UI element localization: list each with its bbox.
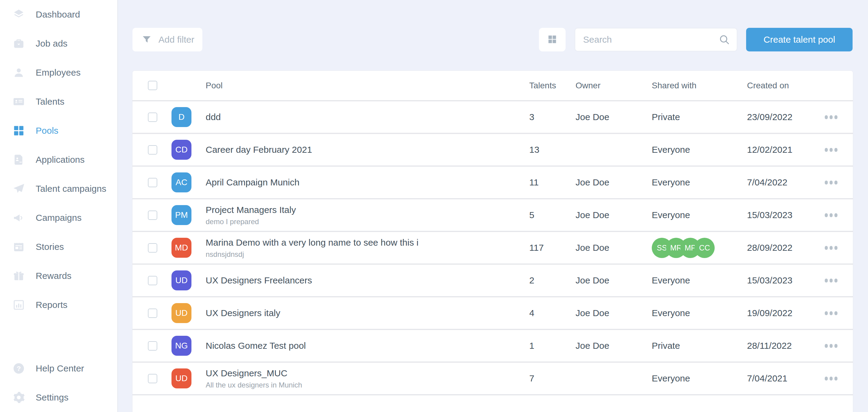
sidebar-item-settings[interactable]: Settings (0, 383, 117, 412)
sidebar-item-employees[interactable]: Employees (0, 58, 117, 87)
layers-icon (11, 7, 26, 22)
ellipsis-dot (825, 148, 828, 152)
sidebar-item-label: Pools (36, 125, 58, 136)
table-row[interactable]: MDMarina Demo with a very long name to s… (132, 232, 853, 265)
pool-name-cell: UX Designers Freelancers (206, 275, 529, 286)
shared-with: Everyone (652, 373, 747, 384)
sidebar-item-label: Settings (36, 392, 68, 403)
sidebar-nav: DashboardJob adsEmployeesTalentsPoolsApp… (0, 0, 117, 319)
owner-name: Joe Doe (576, 112, 652, 122)
created-date: 23/09/2022 (747, 112, 823, 122)
search-input[interactable] (583, 34, 719, 45)
table-row[interactable]: PMProject Managers Italydemo I prepared5… (132, 199, 853, 232)
pool-avatar-initials: UD (176, 275, 187, 285)
talents-count: 2 (529, 275, 576, 286)
sidebar-item-label: Campaigns (36, 213, 82, 223)
row-menu-button[interactable] (823, 145, 837, 155)
sidebar-item-label: Job ads (36, 38, 67, 49)
row-menu-button[interactable] (823, 210, 837, 220)
row-menu-button[interactable] (823, 243, 837, 253)
pool-name: UX Designers Freelancers (206, 275, 529, 286)
row-checkbox[interactable] (148, 145, 157, 154)
sidebar-item-label: Help Center (36, 363, 84, 374)
pool-name-cell: UX Designers_MUCAll the ux designers in … (206, 368, 529, 389)
row-checkbox[interactable] (148, 341, 157, 351)
ellipsis-dot (834, 278, 837, 283)
ellipsis-dot (825, 181, 828, 184)
shared-with: Everyone (652, 145, 747, 155)
ellipsis-dot (830, 181, 833, 184)
owner-name: Joe Doe (576, 210, 652, 220)
row-menu-button[interactable] (823, 308, 837, 318)
row-checkbox[interactable] (148, 113, 157, 122)
sidebar-item-dashboard[interactable]: Dashboard (0, 0, 117, 29)
sidebar-spacer (0, 319, 117, 354)
sidebar-item-label: Talents (36, 96, 64, 107)
ellipsis-dot (830, 377, 833, 381)
table-header-row: Pool Talents Owner Shared with Created o… (132, 71, 853, 101)
table-row[interactable]: UDUX Designers italy4Joe DoeEveryone19/0… (132, 297, 853, 330)
pool-name-cell: ddd (206, 112, 529, 122)
pool-avatar-initials: MD (175, 243, 188, 253)
sidebar-item-pools[interactable]: Pools (0, 116, 117, 145)
created-date: 19/09/2022 (747, 308, 823, 318)
sidebar-item-applications[interactable]: Applications (0, 145, 117, 174)
row-menu-button[interactable] (823, 112, 837, 122)
ellipsis-dot (834, 213, 837, 217)
ellipsis-dot (825, 377, 828, 381)
table-row[interactable]: UDUX Designers Freelancers2Joe DoeEveryo… (132, 265, 853, 297)
sidebar-item-stories[interactable]: Stories (0, 232, 117, 261)
row-menu-button[interactable] (823, 374, 837, 384)
sidebar-item-label: Employees (36, 67, 81, 78)
pool-name: April Campaign Munich (206, 177, 529, 188)
row-checkbox[interactable] (148, 178, 157, 187)
ellipsis-dot (834, 311, 837, 315)
pool-name: Career day February 2021 (206, 144, 529, 155)
table-row[interactable]: Dddd3Joe DoePrivate23/09/2022 (132, 101, 853, 134)
ellipsis-dot (830, 213, 833, 217)
created-date: 7/04/2022 (747, 177, 823, 187)
ellipsis-dot (830, 278, 833, 283)
paper-plane-icon (11, 181, 26, 196)
pool-avatar-initials: CD (176, 145, 187, 154)
add-filter-button[interactable]: Add filter (132, 28, 202, 52)
pool-subtitle: nsdnsjdnsdj (206, 251, 529, 258)
talents-count: 117 (529, 243, 576, 253)
sidebar-item-talent-campaigns[interactable]: Talent campaigns (0, 174, 117, 203)
create-talent-pool-button[interactable]: Create talent pool (746, 28, 852, 52)
pool-avatar: AC (172, 172, 191, 193)
newspaper-icon (11, 240, 26, 254)
sidebar-item-help-center[interactable]: ?Help Center (0, 354, 117, 383)
owner-name: Joe Doe (576, 177, 652, 187)
toolbar-right-group: Create talent pool (539, 28, 852, 52)
pool-name-cell: Career day February 2021 (206, 144, 529, 155)
sidebar-item-reports[interactable]: Reports (0, 290, 117, 319)
sidebar-item-job-ads[interactable]: Job ads (0, 29, 117, 58)
table-row[interactable]: UDUX Designers_MUCAll the ux designers i… (132, 363, 853, 395)
select-all-checkbox[interactable] (148, 81, 157, 90)
table-row[interactable]: NGNicolas Gomez Test pool1Joe DoePrivate… (132, 330, 853, 363)
row-menu-button[interactable] (823, 178, 837, 187)
shared-with: SSMRMPCC (652, 238, 747, 258)
row-menu-button[interactable] (823, 275, 837, 286)
sidebar-item-rewards[interactable]: Rewards (0, 261, 117, 290)
pool-subtitle: demo I prepared (206, 218, 529, 226)
pool-name: Project Managers Italy (206, 205, 529, 215)
row-checkbox[interactable] (148, 374, 157, 383)
gear-icon (11, 390, 26, 405)
ellipsis-dot (830, 148, 833, 152)
pool-avatar: NG (172, 336, 191, 356)
grid-view-button[interactable] (539, 28, 565, 52)
sidebar-item-talents[interactable]: Talents (0, 87, 117, 116)
row-checkbox[interactable] (148, 210, 157, 220)
owner-name: Joe Doe (576, 341, 652, 351)
sidebar-item-campaigns[interactable]: Campaigns (0, 203, 117, 232)
row-checkbox[interactable] (148, 276, 157, 285)
row-checkbox[interactable] (148, 243, 157, 253)
table-row[interactable]: CDCareer day February 202113Everyone12/0… (132, 134, 853, 167)
row-checkbox[interactable] (148, 308, 157, 318)
row-menu-button[interactable] (823, 341, 837, 351)
grid-view-icon (546, 33, 558, 46)
pool-name: ddd (206, 112, 529, 122)
table-row[interactable]: ACApril Campaign Munich11Joe DoeEveryone… (132, 167, 853, 199)
